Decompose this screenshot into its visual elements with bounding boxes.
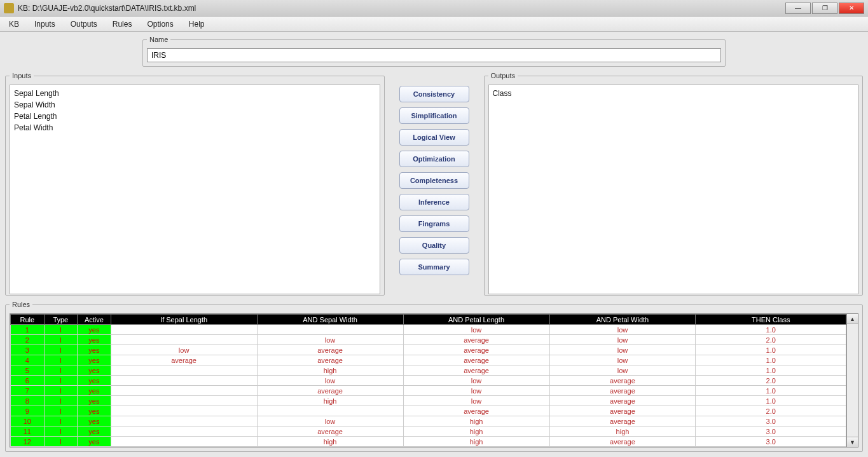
consistency-button[interactable]: Consistency (399, 86, 469, 102)
table-row[interactable]: 1Iyeslowlow1.0 (11, 325, 846, 335)
summary-button[interactable]: Summary (399, 259, 469, 275)
table-cell[interactable]: I (44, 396, 78, 406)
table-cell[interactable]: average (403, 345, 549, 355)
maximize-button[interactable]: ❐ (812, 3, 837, 14)
column-header[interactable]: Active (78, 315, 111, 325)
table-cell[interactable]: yes (78, 426, 111, 437)
column-header[interactable]: Type (44, 315, 78, 325)
table-cell[interactable]: I (44, 386, 78, 396)
minimize-button[interactable]: — (785, 3, 811, 14)
table-cell[interactable]: high (549, 426, 696, 437)
table-cell[interactable]: I (44, 437, 78, 447)
rules-scrollbar[interactable]: ▲ ▼ (847, 313, 858, 447)
table-cell[interactable] (111, 406, 257, 416)
table-cell[interactable]: yes (78, 406, 111, 416)
table-cell[interactable]: 1.0 (696, 325, 846, 335)
table-cell[interactable]: average (549, 386, 696, 396)
scroll-track[interactable] (847, 324, 858, 437)
table-cell[interactable]: 3.0 (696, 426, 846, 437)
menu-inputs[interactable]: Inputs (29, 18, 60, 30)
table-cell[interactable]: yes (78, 416, 111, 426)
table-cell[interactable]: yes (78, 396, 111, 406)
quality-button[interactable]: Quality (399, 237, 469, 254)
table-cell[interactable]: yes (78, 335, 111, 345)
optimization-button[interactable]: Optimization (399, 151, 469, 167)
table-cell[interactable]: I (44, 426, 78, 437)
table-cell[interactable]: I (44, 406, 78, 416)
table-cell[interactable]: average (257, 355, 403, 365)
table-cell[interactable]: 2.0 (696, 376, 846, 386)
table-cell[interactable]: 10 (11, 416, 45, 426)
table-row[interactable]: 4Iyesaverageaverageaveragelow1.0 (11, 355, 846, 365)
table-cell[interactable]: 11 (11, 426, 45, 437)
table-cell[interactable]: 3.0 (696, 437, 846, 447)
table-cell[interactable]: yes (78, 365, 111, 376)
column-header[interactable]: AND Sepal Width (257, 315, 403, 325)
table-cell[interactable]: 1.0 (696, 386, 846, 396)
table-cell[interactable]: high (403, 416, 549, 426)
table-cell[interactable] (111, 437, 257, 447)
table-cell[interactable]: I (44, 416, 78, 426)
table-cell[interactable]: low (111, 345, 257, 355)
completeness-button[interactable]: Completeness (399, 172, 469, 189)
table-cell[interactable] (111, 325, 257, 335)
close-button[interactable]: ✕ (839, 3, 864, 14)
table-cell[interactable]: 1.0 (696, 396, 846, 406)
table-cell[interactable]: I (44, 335, 78, 345)
list-item[interactable]: Petal Length (14, 111, 376, 122)
table-cell[interactable]: average (403, 406, 549, 416)
table-cell[interactable]: 1.0 (696, 355, 846, 365)
table-cell[interactable] (111, 335, 257, 345)
table-cell[interactable]: average (111, 355, 257, 365)
table-cell[interactable]: low (403, 396, 549, 406)
table-cell[interactable]: high (403, 437, 549, 447)
name-input[interactable] (147, 48, 721, 62)
table-cell[interactable] (257, 325, 403, 335)
simplification-button[interactable]: Simplification (399, 107, 469, 124)
table-cell[interactable]: average (549, 437, 696, 447)
table-cell[interactable]: high (257, 396, 403, 406)
inference-button[interactable]: Inference (399, 194, 469, 210)
table-cell[interactable]: average (257, 386, 403, 396)
table-row[interactable]: 6Iyeslowlowaverage2.0 (11, 376, 846, 386)
table-cell[interactable]: 2.0 (696, 335, 846, 345)
table-cell[interactable]: 2 (11, 335, 45, 345)
table-cell[interactable]: yes (78, 325, 111, 335)
table-cell[interactable]: low (403, 376, 549, 386)
table-cell[interactable]: low (257, 416, 403, 426)
table-cell[interactable]: low (549, 345, 696, 355)
table-cell[interactable]: low (257, 376, 403, 386)
scroll-down-icon[interactable]: ▼ (847, 437, 858, 447)
table-cell[interactable]: average (549, 416, 696, 426)
table-cell[interactable]: I (44, 345, 78, 355)
table-cell[interactable]: 7 (11, 386, 45, 396)
rules-table[interactable]: RuleTypeActiveIf Sepal LengthAND Sepal W… (10, 313, 847, 447)
table-cell[interactable]: average (549, 406, 696, 416)
table-cell[interactable]: yes (78, 386, 111, 396)
table-cell[interactable]: yes (78, 376, 111, 386)
table-cell[interactable]: high (257, 437, 403, 447)
table-cell[interactable] (111, 416, 257, 426)
table-cell[interactable]: low (403, 325, 549, 335)
scroll-up-icon[interactable]: ▲ (847, 314, 858, 324)
table-cell[interactable]: yes (78, 355, 111, 365)
table-row[interactable]: 10Iyeslowhighaverage3.0 (11, 416, 846, 426)
menu-kb[interactable]: KB (4, 18, 24, 30)
table-cell[interactable]: 8 (11, 396, 45, 406)
table-cell[interactable]: average (257, 345, 403, 355)
column-header[interactable]: Rule (11, 315, 45, 325)
table-cell[interactable]: 2.0 (696, 406, 846, 416)
table-cell[interactable]: 3 (11, 345, 45, 355)
table-row[interactable]: 12Iyeshighhighaverage3.0 (11, 437, 846, 447)
table-cell[interactable]: high (257, 365, 403, 376)
outputs-list[interactable]: Class (488, 85, 859, 294)
table-cell[interactable]: average (403, 355, 549, 365)
table-cell[interactable]: 9 (11, 406, 45, 416)
table-cell[interactable]: I (44, 376, 78, 386)
table-cell[interactable]: 1 (11, 325, 45, 335)
table-cell[interactable]: average (257, 426, 403, 437)
table-cell[interactable]: 1.0 (696, 365, 846, 376)
table-cell[interactable]: average (549, 396, 696, 406)
table-cell[interactable] (257, 406, 403, 416)
table-cell[interactable]: low (549, 335, 696, 345)
